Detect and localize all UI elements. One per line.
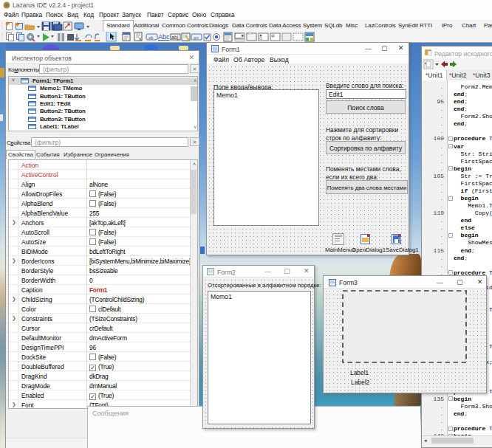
svg-text:ok: ok [148,35,154,40]
svg-text:on: on [194,35,199,40]
svg-text:ab|: ab| [171,35,179,41]
svg-text:Abc: Abc [158,33,170,41]
